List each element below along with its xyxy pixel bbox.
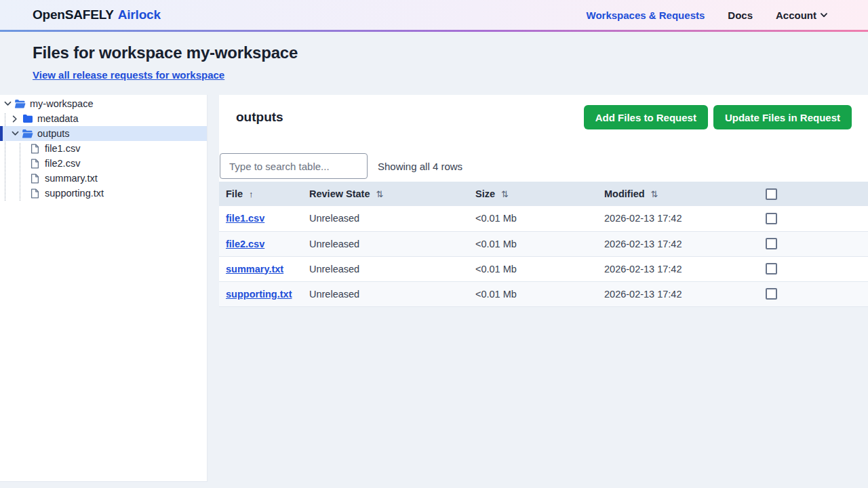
size-cell: <0.01 Mb — [469, 281, 597, 306]
sort-icon: ⇅ — [376, 189, 383, 199]
tree-item-outputs[interactable]: outputs — [0, 126, 207, 141]
tree-item-file1-csv[interactable]: file1.csv — [0, 141, 207, 156]
content-area: my-workspace metadata — [0, 95, 868, 482]
tree-chevron-slot[interactable] — [3, 99, 12, 108]
nav-link-label: Account — [776, 9, 816, 21]
nav-link-label: Workspaces & Requests — [587, 9, 705, 21]
tree-item-label: outputs — [37, 128, 70, 139]
tree-chevron-slot[interactable] — [18, 174, 27, 183]
nav-link-account[interactable]: Account — [776, 9, 827, 21]
review-state-cell: Unreleased — [302, 256, 469, 281]
brand-logo[interactable]: OpenSAFELY Airlock — [33, 7, 161, 22]
size-cell: <0.01 Mb — [469, 231, 597, 256]
column-header-modified[interactable]: Modified⇅ — [597, 182, 760, 206]
tree-item-my-workspace[interactable]: my-workspace — [0, 96, 207, 111]
chevron-down-icon — [12, 131, 19, 136]
chevron-down-icon — [821, 13, 827, 18]
modified-cell: 2026-02-13 17:42 — [597, 206, 760, 231]
file-tree: my-workspace metadata — [0, 96, 207, 201]
column-label: File — [226, 188, 243, 199]
tree-item-label: metadata — [37, 113, 78, 124]
tree-chevron-slot[interactable] — [18, 159, 27, 168]
table-row: file2.csv Unreleased <0.01 Mb 2026-02-13… — [219, 231, 868, 256]
size-cell: <0.01 Mb — [469, 256, 597, 281]
directory-title: outputs — [236, 110, 283, 125]
tree-chevron-slot[interactable] — [10, 114, 20, 123]
tree-item-supporting-txt[interactable]: supporting.txt — [0, 186, 207, 201]
column-header-size[interactable]: Size⇅ — [469, 182, 597, 206]
file-icon — [31, 174, 39, 184]
add-files-button[interactable]: Add Files to Request — [584, 105, 708, 129]
file-tree-panel: my-workspace metadata — [0, 95, 208, 482]
sort-icon: ↑ — [249, 189, 254, 199]
page-header: Files for workspace my-workspace View al… — [0, 32, 868, 95]
modified-cell: 2026-02-13 17:42 — [597, 231, 760, 256]
folder-closed-icon — [22, 114, 33, 123]
review-state-cell: Unreleased — [302, 206, 469, 231]
sort-icon: ⇅ — [501, 189, 509, 199]
table-row: file1.csv Unreleased <0.01 Mb 2026-02-13… — [219, 206, 868, 231]
card-header: outputs Add Files to Request Update File… — [219, 95, 868, 129]
brand-primary: OpenSAFELY — [33, 7, 114, 22]
tree-item-file2-csv[interactable]: file2.csv — [0, 156, 207, 171]
file-link[interactable]: supporting.txt — [226, 289, 292, 300]
nav-links: Workspaces & Requests Docs Account — [587, 9, 827, 21]
modified-cell: 2026-02-13 17:42 — [597, 281, 760, 306]
files-table: File↑ Review State⇅ Size⇅ Modified⇅ — [219, 182, 868, 307]
tree-chevron-slot[interactable] — [18, 144, 27, 153]
page-title: Files for workspace my-workspace — [33, 43, 835, 62]
column-header-review-state[interactable]: Review State⇅ — [302, 182, 469, 206]
file-icon — [31, 159, 39, 169]
size-cell: <0.01 Mb — [469, 206, 597, 231]
tree-item-metadata[interactable]: metadata — [0, 111, 207, 126]
tree-item-label: my-workspace — [30, 98, 93, 109]
files-table-header: File↑ Review State⇅ Size⇅ Modified⇅ — [219, 182, 868, 206]
folder-open-icon — [14, 99, 26, 109]
nav-link-workspaces-requests[interactable]: Workspaces & Requests — [587, 9, 705, 21]
review-state-cell: Unreleased — [302, 281, 469, 306]
folder-open-icon — [22, 129, 33, 139]
tree-item-label: supporting.txt — [45, 188, 104, 199]
nav-link-docs[interactable]: Docs — [728, 9, 753, 21]
table-toolbar: Showing all 4 rows — [219, 153, 868, 179]
modified-cell: 2026-02-13 17:42 — [597, 256, 760, 281]
table-row: supporting.txt Unreleased <0.01 Mb 2026-… — [219, 281, 868, 306]
action-buttons: Add Files to Request Update Files in Req… — [584, 105, 852, 129]
tree-item-label: summary.txt — [45, 173, 98, 184]
brand-secondary: Airlock — [118, 7, 161, 22]
chevron-down-icon — [4, 101, 12, 106]
file-link[interactable]: file2.csv — [226, 239, 264, 249]
file-link[interactable]: file1.csv — [226, 213, 264, 224]
file-icon — [31, 188, 39, 199]
column-label: Review State — [309, 188, 370, 199]
column-header-file[interactable]: File↑ — [219, 182, 302, 206]
files-table-body: file1.csv Unreleased <0.01 Mb 2026-02-13… — [219, 206, 868, 306]
file-link[interactable]: summary.txt — [226, 264, 283, 274]
column-label: Modified — [604, 188, 645, 199]
select-all-checkbox[interactable] — [766, 188, 777, 200]
header-row: File↑ Review State⇅ Size⇅ Modified⇅ — [219, 182, 868, 206]
row-checkbox[interactable] — [766, 288, 777, 300]
top-navbar: OpenSAFELY Airlock Workspaces & Requests… — [0, 0, 868, 32]
tree-chevron-slot[interactable] — [10, 129, 20, 138]
rows-status: Showing all 4 rows — [378, 161, 462, 172]
search-input[interactable] — [220, 153, 368, 179]
tree-item-summary-txt[interactable]: summary.txt — [0, 171, 207, 186]
nav-link-label: Docs — [728, 9, 753, 21]
tree-chevron-slot[interactable] — [18, 188, 27, 198]
column-label: Size — [475, 188, 495, 199]
tree-item-label: file1.csv — [45, 143, 80, 154]
review-state-cell: Unreleased — [302, 231, 469, 256]
tree-item-label: file2.csv — [45, 158, 80, 169]
row-checkbox[interactable] — [766, 263, 777, 274]
file-icon — [31, 144, 39, 154]
row-checkbox[interactable] — [766, 238, 777, 249]
sort-icon: ⇅ — [651, 189, 658, 199]
view-release-requests-link[interactable]: View all release requests for workspace — [33, 69, 224, 81]
main-panel: outputs Add Files to Request Update File… — [219, 95, 868, 307]
update-files-button[interactable]: Update Files in Request — [713, 105, 852, 129]
column-header-select-all — [760, 182, 868, 206]
table-row: summary.txt Unreleased <0.01 Mb 2026-02-… — [219, 256, 868, 281]
row-checkbox[interactable] — [766, 213, 777, 224]
chevron-right-icon — [12, 115, 18, 123]
